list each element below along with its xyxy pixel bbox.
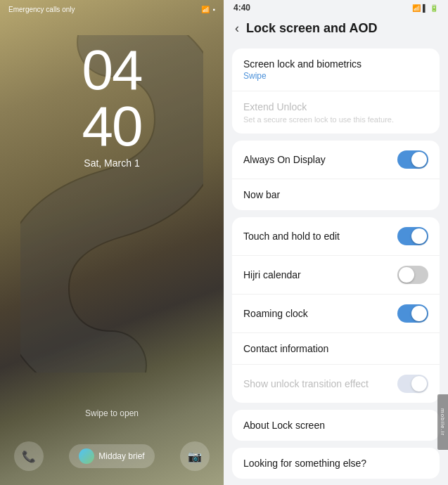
contact-information-left: Contact information [243,343,428,354]
signal-icon: ▌ [423,4,428,12]
hijri-calendar-toggle[interactable] [397,266,428,284]
hijri-calendar-item[interactable]: Hijri calendar [232,256,440,295]
about-lock-screen-label: About Lock screen [243,420,325,431]
touch-hold-item[interactable]: Touch and hold to edit [232,217,440,256]
unlock-transition-label: Show unlock transition effect [243,378,397,389]
midday-brief-widget[interactable]: Midday brief [69,444,154,468]
phone-icon-button[interactable]: 📞 [14,441,44,471]
wifi-icon: 📶 [412,4,421,12]
lock-hour: 04 [82,42,142,98]
back-button[interactable]: ‹ [235,21,239,36]
about-lock-screen-item[interactable]: About Lock screen [232,410,440,441]
touch-hold-label: Touch and hold to edit [243,231,397,242]
touch-hold-left: Touch and hold to edit [243,231,397,242]
screen-lock-biometrics-left: Screen lock and biometrics Swipe [243,58,428,81]
hijri-calendar-label: Hijri calendar [243,269,397,280]
now-bar-item[interactable]: Now bar [232,179,440,210]
looking-for-label: Looking for something else? [243,458,366,469]
settings-panel: 4:40 📶 ▌ 🔋 ‹ Lock screen and AOD Screen … [224,0,448,485]
battery-icon: ▪ [212,6,215,13]
extend-unlock-item: Extend Unlock Set a secure screen lock t… [232,91,440,134]
lock-minute: 40 [82,98,142,155]
settings-status-icons: 📶 ▌ 🔋 [412,4,438,12]
roaming-clock-toggle[interactable] [397,304,428,323]
always-on-display-left: Always On Display [243,154,397,165]
screen-lock-sublabel: Swipe [243,71,428,81]
unlock-transition-left: Show unlock transition effect [243,378,397,389]
settings-page-title: Lock screen and AOD [246,21,377,36]
lock-status-bar: Emergency calls only 📶 ▪ [0,0,224,13]
toggle-thumb [399,267,414,283]
screen-lock-biometrics-label: Screen lock and biometrics [243,58,428,70]
lock-screen: Emergency calls only 📶 ▪ 04 40 Sat, Marc… [0,0,224,485]
about-lock-screen-card: About Lock screen [232,410,440,441]
status-icons: 📶 ▪ [201,6,215,13]
contact-information-label: Contact information [243,343,428,354]
roaming-clock-label: Roaming clock [243,308,397,319]
contact-information-item[interactable]: Contact information [232,333,440,365]
now-bar-left: Now bar [243,189,428,200]
settings-time: 4:40 [233,3,250,13]
watermark: mobile.ir [437,394,448,450]
wifi-icon: 📶 [201,6,210,13]
roaming-clock-item[interactable]: Roaming clock [232,295,440,333]
screen-lock-card: Screen lock and biometrics Swipe Extend … [232,48,440,134]
extend-unlock-left: Extend Unlock Set a secure screen lock t… [243,101,428,124]
now-bar-label: Now bar [243,189,428,200]
lock-time-container: 04 40 Sat, March 1 [0,42,224,169]
lock-options-card: Touch and hold to edit Hijri calendar Ro… [232,217,440,403]
always-on-display-item[interactable]: Always On Display [232,141,440,179]
settings-top-bar: 4:40 📶 ▌ 🔋 [224,0,448,13]
hijri-calendar-left: Hijri calendar [243,269,397,280]
screen-lock-biometrics-item[interactable]: Screen lock and biometrics Swipe [232,48,440,91]
camera-icon-button[interactable]: 📷 [180,441,210,471]
aod-card: Always On Display Now bar [232,141,440,210]
emergency-calls-label: Emergency calls only [8,6,75,13]
toggle-thumb [411,376,427,392]
always-on-display-toggle[interactable] [397,150,428,169]
toggle-thumb [411,306,427,321]
touch-hold-toggle[interactable] [397,227,428,245]
swipe-to-open-label: Swipe to open [85,408,139,418]
unlock-transition-toggle[interactable] [397,375,428,393]
settings-content: Screen lock and biometrics Swipe Extend … [224,43,448,485]
looking-for-item[interactable]: Looking for something else? [232,448,440,479]
midday-brief-label: Midday brief [98,451,144,461]
lock-bottom-bar: 📞 Midday brief 📷 [0,441,224,471]
extend-unlock-desc: Set a secure screen lock to use this fea… [243,115,428,124]
looking-for-card: Looking for something else? [232,448,440,479]
settings-header: ‹ Lock screen and AOD [224,13,448,43]
midday-globe-icon [79,448,94,464]
unlock-transition-item[interactable]: Show unlock transition effect [232,365,440,403]
roaming-clock-left: Roaming clock [243,308,397,319]
extend-unlock-label: Extend Unlock [243,101,428,112]
toggle-thumb [411,152,427,167]
always-on-display-label: Always On Display [243,154,397,165]
battery-icon: 🔋 [430,4,438,12]
lock-date: Sat, March 1 [84,157,139,169]
toggle-thumb [411,228,427,244]
